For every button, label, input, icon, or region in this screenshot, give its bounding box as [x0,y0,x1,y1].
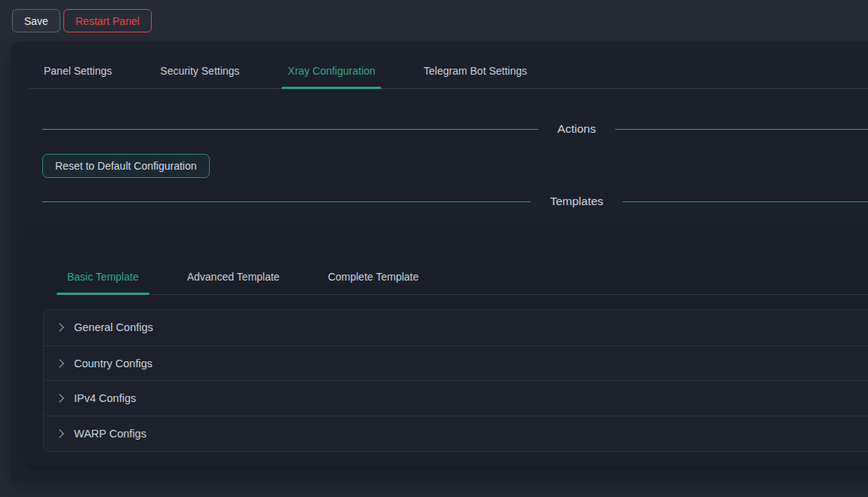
templates-card: Basic Template Advanced Template Complet… [26,225,868,467]
save-button[interactable]: Save [12,9,60,32]
tab-xray-configuration-label: Xray Configuration [288,65,375,77]
collapse-general-configs[interactable]: General Configs [44,310,868,345]
templates-divider-title: Templates [531,195,623,208]
tab-telegram-bot-settings[interactable]: Telegram Bot Settings [423,54,527,88]
active-tab-underline [282,87,381,89]
collapse-label: Country Configs [74,357,152,370]
template-tab-bar: Basic Template Advanced Template Complet… [57,259,868,295]
tab-xray-configuration[interactable]: Xray Configuration [288,54,375,88]
actions-divider-title: Actions [538,122,616,136]
config-collapse-group: General Configs Country Configs IPv4 Con… [43,309,868,452]
tab-panel-settings[interactable]: Panel Settings [44,54,112,88]
chevron-right-icon [55,394,63,403]
tab-complete-template[interactable]: Complete Template [317,259,429,294]
collapse-country-configs[interactable]: Country Configs [44,345,868,381]
restart-panel-button[interactable]: Restart Panel [63,9,152,32]
collapse-label: IPv4 Configs [74,392,136,404]
collapse-label: General Configs [74,321,153,333]
templates-divider: Templates [42,190,868,213]
collapse-warp-configs[interactable]: WARP Configs [44,416,868,451]
active-template-tab-underline [57,293,149,295]
tab-basic-template-label: Basic Template [67,271,139,283]
actions-divider: Actions [42,118,868,140]
collapse-ipv4-configs[interactable]: IPv4 Configs [44,380,868,416]
chevron-right-icon [55,324,63,332]
settings-card: Panel Settings Security Settings Xray Co… [11,41,868,483]
reset-to-default-button[interactable]: Reset to Default Configuration [42,154,210,178]
top-toolbar: Save Restart Panel [0,0,868,41]
tab-security-settings[interactable]: Security Settings [160,54,239,88]
chevron-right-icon [55,359,63,367]
tab-basic-template[interactable]: Basic Template [57,259,149,294]
collapse-label: WARP Configs [74,428,146,440]
chevron-right-icon [55,429,63,437]
tab-advanced-template[interactable]: Advanced Template [177,259,291,294]
settings-tab-bar: Panel Settings Security Settings Xray Co… [29,54,868,89]
